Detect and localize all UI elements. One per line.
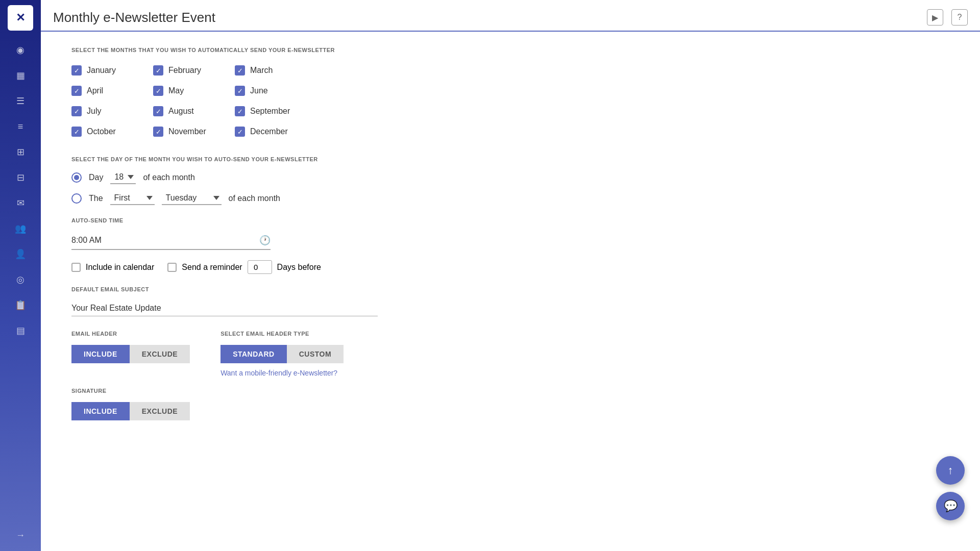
include-button[interactable]: INCLUDE <box>71 345 130 363</box>
checkbox-december[interactable]: ✓ <box>235 127 245 137</box>
checkbox-march[interactable]: ✓ <box>235 65 245 76</box>
checkbox-january[interactable]: ✓ <box>71 65 82 76</box>
day-section-label: SELECT THE DAY OF THE MONTH YOU WISH TO … <box>71 156 949 162</box>
label-march: March <box>250 66 273 75</box>
sidebar-collapse-arrow[interactable]: → <box>11 525 30 546</box>
sidebar-icon-data[interactable]: ▤ <box>9 319 32 342</box>
checkbox-november[interactable]: ✓ <box>153 127 163 137</box>
checkbox-february[interactable]: ✓ <box>153 65 163 76</box>
auto-send-section: AUTO-SEND TIME 🕐 <box>71 217 949 250</box>
label-september: September <box>250 107 290 116</box>
exclude-button[interactable]: EXCLUDE <box>130 345 190 363</box>
mobile-friendly-link[interactable]: Want a mobile-friendly e-Newsletter? <box>220 369 337 377</box>
day-number-select[interactable]: 18 12345 678910 1112131415 16171920 2122… <box>110 170 136 184</box>
radio-day[interactable] <box>71 172 82 183</box>
signature-section: SIGNATURE INCLUDE EXCLUDE <box>71 388 949 420</box>
sidebar: ✕ ◉ ▦ ☰ ≡ ⊞ ⊟ ✉ 👥 👤 ◎ 📋 ▤ → <box>0 0 41 551</box>
signature-exclude-button[interactable]: EXCLUDE <box>130 402 190 420</box>
weekday-select[interactable]: Tuesday Sunday Monday Wednesday Thursday… <box>162 191 222 205</box>
signature-include-button[interactable]: INCLUDE <box>71 402 130 420</box>
day-radio-row: Day 18 12345 678910 1112131415 16171920 … <box>71 170 949 184</box>
time-input[interactable] <box>71 236 259 245</box>
email-subject-input[interactable] <box>71 300 378 316</box>
days-before-label: Days before <box>277 263 321 272</box>
day-selection-section: SELECT THE DAY OF THE MONTH YOU WISH TO … <box>71 156 949 205</box>
signature-label: SIGNATURE <box>71 388 949 394</box>
month-december: ✓ December <box>235 122 316 141</box>
month-january: ✓ January <box>71 61 153 80</box>
sidebar-icon-report[interactable]: 📋 <box>9 294 32 316</box>
month-august: ✓ August <box>153 102 235 120</box>
checkbox-september[interactable]: ✓ <box>235 106 245 116</box>
standard-custom-group: STANDARD CUSTOM <box>220 345 344 363</box>
month-november: ✓ November <box>153 122 235 141</box>
chat-fab[interactable]: 💬 <box>936 492 965 520</box>
custom-button[interactable]: CUSTOM <box>287 345 344 363</box>
scroll-up-fab[interactable]: ↑ <box>936 456 965 485</box>
sidebar-icon-camera[interactable]: ⊟ <box>9 166 32 189</box>
month-september: ✓ September <box>235 102 316 120</box>
month-april: ✓ April <box>71 82 153 100</box>
email-header-label: EMAIL HEADER <box>71 331 190 337</box>
sidebar-icon-list[interactable]: ☰ <box>9 90 32 112</box>
label-august: August <box>168 107 194 116</box>
label-december: December <box>250 127 288 136</box>
email-subject-section: DEFAULT EMAIL SUBJECT <box>71 286 949 316</box>
include-exclude-group: INCLUDE EXCLUDE <box>71 345 190 363</box>
label-february: February <box>168 66 201 75</box>
checkbox-reminder[interactable] <box>167 263 177 272</box>
radio-the[interactable] <box>71 193 82 204</box>
header-type-label: SELECT EMAIL HEADER TYPE <box>220 331 344 337</box>
checkbox-october[interactable]: ✓ <box>71 127 82 137</box>
checkbox-may[interactable]: ✓ <box>153 86 163 96</box>
month-february: ✓ February <box>153 61 235 80</box>
checkbox-june[interactable]: ✓ <box>235 86 245 96</box>
clock-icon: 🕐 <box>259 235 271 246</box>
email-subject-label: DEFAULT EMAIL SUBJECT <box>71 286 949 292</box>
label-april: April <box>87 86 103 95</box>
months-grid: ✓ January ✓ February ✓ March ✓ April ✓ M… <box>71 61 949 141</box>
top-bar: Monthly e-Newsletter Event ▶ ? <box>41 0 980 32</box>
label-may: May <box>168 86 184 95</box>
standard-button[interactable]: STANDARD <box>220 345 287 363</box>
label-july: July <box>87 107 101 116</box>
sidebar-icon-target[interactable]: ◎ <box>9 268 32 291</box>
days-before-input[interactable] <box>248 260 272 274</box>
auto-send-label: AUTO-SEND TIME <box>71 217 949 223</box>
checkbox-july[interactable]: ✓ <box>71 106 82 116</box>
label-january: January <box>87 66 116 75</box>
label-november: November <box>168 127 206 136</box>
checkbox-april[interactable]: ✓ <box>71 86 82 96</box>
sidebar-icon-mail[interactable]: ✉ <box>9 192 32 214</box>
sidebar-icon-dashboard[interactable]: ◉ <box>9 39 32 61</box>
the-label: The <box>89 194 103 203</box>
video-icon[interactable]: ▶ <box>927 9 943 26</box>
email-header-col-right: SELECT EMAIL HEADER TYPE STANDARD CUSTOM… <box>220 331 344 378</box>
sidebar-icon-grid[interactable]: ▦ <box>9 64 32 87</box>
sidebar-icon-table[interactable]: ⊞ <box>9 141 32 163</box>
sidebar-icon-menu[interactable]: ≡ <box>9 115 32 138</box>
the-radio-row: The First Second Third Fourth Last Tuesd… <box>71 191 949 205</box>
calendar-label: Include in calendar <box>86 263 154 272</box>
checkbox-august[interactable]: ✓ <box>153 106 163 116</box>
sidebar-icon-users[interactable]: 👥 <box>9 217 32 240</box>
fab-container: ↑ 💬 <box>936 456 965 520</box>
the-suffix: of each month <box>229 194 280 203</box>
top-bar-icons: ▶ ? <box>927 9 968 26</box>
page-title: Monthly e-Newsletter Event <box>53 10 215 26</box>
email-header-section: EMAIL HEADER INCLUDE EXCLUDE SELECT EMAI… <box>71 331 949 378</box>
month-june: ✓ June <box>235 82 316 100</box>
help-icon[interactable]: ? <box>951 9 968 26</box>
month-may: ✓ May <box>153 82 235 100</box>
app-logo[interactable]: ✕ <box>8 5 33 31</box>
checkbox-calendar[interactable] <box>71 263 81 272</box>
months-section-label: SELECT THE MONTHS THAT YOU WISH TO AUTOM… <box>71 47 949 53</box>
form-content: SELECT THE MONTHS THAT YOU WISH TO AUTOM… <box>41 32 980 441</box>
up-icon: ↑ <box>948 464 953 477</box>
ordinal-select[interactable]: First Second Third Fourth Last <box>110 191 155 205</box>
email-header-col-left: EMAIL HEADER INCLUDE EXCLUDE <box>71 331 190 363</box>
sidebar-icon-user[interactable]: 👤 <box>9 243 32 265</box>
label-october: October <box>87 127 116 136</box>
day-suffix: of each month <box>143 173 194 182</box>
chat-icon: 💬 <box>944 499 958 513</box>
